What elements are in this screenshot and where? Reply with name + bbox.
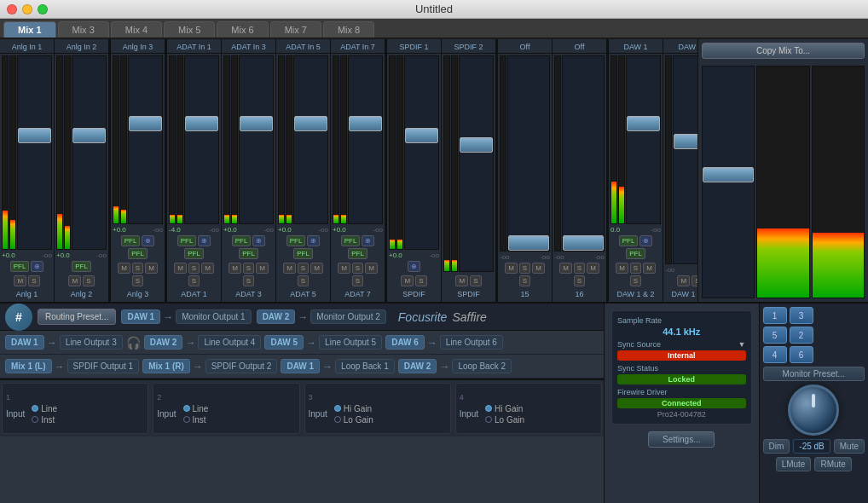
solo-btn[interactable]: S [415, 275, 426, 286]
pfl-btn2[interactable]: PFL [184, 248, 204, 259]
fader[interactable] [348, 55, 383, 224]
link-btn[interactable]: ⊕ [639, 235, 652, 246]
master-fader[interactable] [702, 66, 755, 298]
mute-btn[interactable]: M [455, 275, 468, 286]
route-dest[interactable]: SPDIF Output 1 [67, 359, 140, 373]
dim-button[interactable]: Dim [763, 439, 790, 454]
fader[interactable] [72, 55, 107, 250]
pfl-btn[interactable]: PFL [72, 261, 91, 272]
pfl-btn2[interactable]: PFL [348, 248, 367, 259]
close-button[interactable] [7, 4, 17, 14]
mute-btn[interactable]: M [559, 263, 572, 274]
solo-btn[interactable]: S [28, 275, 39, 286]
tab-mix6[interactable]: Mix 6 [217, 21, 268, 38]
route-source[interactable]: DAW 1 [121, 309, 160, 324]
solo-btn2[interactable]: S [519, 275, 530, 286]
fader[interactable] [673, 55, 697, 264]
solo-btn[interactable]: S [352, 263, 363, 274]
route-dest[interactable]: Line Output 4 [198, 335, 261, 350]
mute-btn[interactable]: M [283, 263, 296, 274]
rmute-button[interactable]: RMute [814, 457, 851, 471]
monitor-volume-knob[interactable] [788, 384, 839, 436]
fader[interactable] [459, 55, 494, 272]
link-btn[interactable]: ⊕ [31, 261, 43, 272]
monitor-btn-1[interactable]: 1 [763, 307, 787, 324]
pfl-btn[interactable]: PFL [232, 235, 252, 246]
monitor-preset-button[interactable]: Monitor Preset... [763, 367, 865, 381]
radio-logain[interactable]: Lo Gain [334, 415, 373, 425]
pfl-btn2[interactable]: PFL [239, 248, 258, 259]
route-dest[interactable]: Loop Back 1 [335, 359, 395, 373]
pfl-btn[interactable]: PFL [341, 235, 361, 246]
solo-btn[interactable]: S [574, 263, 585, 274]
solo-btn[interactable]: S [298, 263, 309, 274]
solo-btn2[interactable]: S [352, 275, 363, 286]
monitor-btn-5[interactable]: 5 [763, 327, 787, 344]
pfl-btn2[interactable]: PFL [128, 248, 148, 259]
route-dest[interactable]: Monitor Output 1 [176, 309, 251, 324]
solo-btn[interactable]: S [692, 275, 697, 286]
fader[interactable] [184, 55, 219, 224]
mute-btn2[interactable]: M [587, 263, 599, 274]
mute-btn2[interactable]: M [532, 263, 545, 274]
mute-btn[interactable]: M [229, 263, 241, 274]
mute-btn[interactable]: M [118, 263, 130, 274]
link-btn[interactable]: ⊕ [307, 235, 320, 246]
mute-btn2[interactable]: M [365, 263, 378, 274]
pfl-btn2[interactable]: PFL [626, 248, 645, 259]
mute-btn[interactable]: M [174, 263, 187, 274]
link-btn[interactable]: ⊕ [142, 235, 154, 246]
pfl-btn[interactable]: PFL [10, 261, 30, 272]
fader[interactable] [404, 55, 439, 250]
solo-btn[interactable]: S [243, 263, 254, 274]
route-source[interactable]: DAW 1 [281, 359, 320, 373]
link-btn[interactable]: ⊕ [362, 235, 374, 246]
radio-inst[interactable]: Inst [183, 415, 209, 425]
solo-btn2[interactable]: S [574, 275, 585, 286]
radio-higain[interactable]: Hi Gain [334, 404, 373, 413]
solo-btn[interactable]: S [630, 263, 641, 274]
monitor-btn-4[interactable]: 4 [763, 346, 787, 363]
radio-logain[interactable]: Lo Gain [485, 415, 524, 425]
monitor-btn-2[interactable]: 2 [790, 327, 813, 344]
tab-mix8[interactable]: Mix 8 [323, 21, 374, 38]
route-source[interactable]: DAW 2 [144, 335, 183, 350]
pfl-btn[interactable]: PFL [177, 235, 197, 246]
tab-mix1[interactable]: Mix 1 [3, 21, 56, 38]
solo-btn2[interactable]: S [630, 275, 641, 286]
mute-btn[interactable]: M [14, 275, 26, 286]
pfl-btn[interactable]: PFL [286, 235, 306, 246]
route-source[interactable]: DAW 2 [398, 359, 437, 373]
radio-higain[interactable]: Hi Gain [485, 404, 524, 413]
link-btn[interactable]: ⊕ [252, 235, 265, 246]
mute-btn[interactable]: M [401, 275, 414, 286]
mute-btn2[interactable]: M [201, 263, 214, 274]
settings-button[interactable]: Settings... [648, 431, 715, 448]
solo-btn[interactable]: S [519, 263, 530, 274]
route-source[interactable]: DAW 2 [257, 309, 296, 324]
mute-btn2[interactable]: M [643, 263, 656, 274]
radio-inst[interactable]: Inst [32, 415, 57, 425]
route-dest[interactable]: SPDIF Output 2 [205, 359, 278, 373]
solo-btn2[interactable]: S [243, 275, 254, 286]
tab-mix5[interactable]: Mix 5 [164, 21, 215, 38]
maximize-button[interactable] [38, 4, 48, 14]
monitor-btn-3[interactable]: 3 [790, 307, 813, 324]
route-source[interactable]: DAW 5 [264, 335, 304, 350]
pfl-btn[interactable]: PFL [619, 235, 639, 246]
solo-btn[interactable]: S [83, 275, 94, 286]
fader[interactable] [128, 55, 163, 224]
solo-btn2[interactable]: S [188, 275, 200, 286]
solo-btn[interactable]: S [132, 263, 143, 274]
route-dest[interactable]: Line Output 5 [319, 335, 382, 350]
fader[interactable] [507, 55, 550, 252]
copy-mix-button[interactable]: Copy Mix To... [702, 43, 865, 59]
mute-button[interactable]: Mute [834, 439, 865, 454]
mute-btn[interactable]: M [505, 263, 518, 274]
pfl-btn[interactable]: PFL [121, 235, 141, 246]
fader[interactable] [626, 55, 661, 224]
solo-btn2[interactable]: S [132, 275, 143, 286]
route-dest[interactable]: Line Output 6 [440, 335, 503, 350]
tab-mix7[interactable]: Mix 7 [270, 21, 321, 38]
tab-mix4[interactable]: Mix 4 [111, 21, 162, 38]
